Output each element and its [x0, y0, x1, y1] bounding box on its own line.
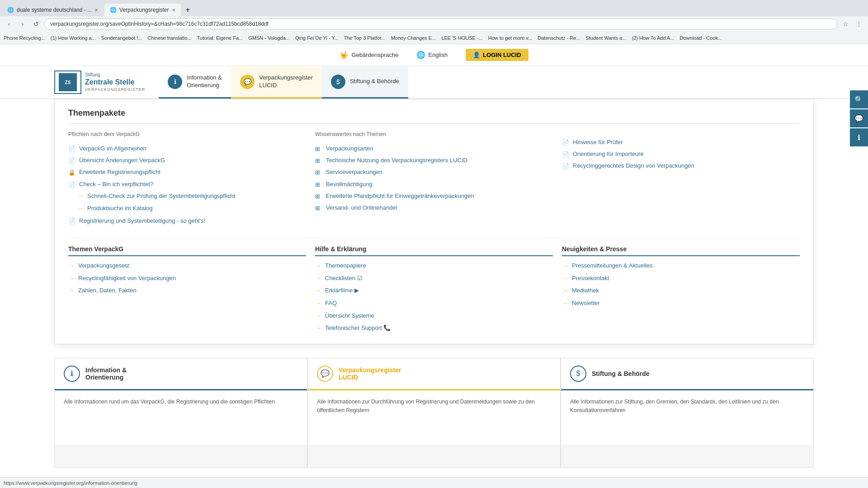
tab2-close[interactable]: ✕ [172, 8, 175, 13]
back-button[interactable]: ‹ [4, 19, 14, 29]
link-text: VerpackG im Allgemeinen [79, 145, 146, 153]
card-info-footer [55, 445, 307, 467]
link-text: Registrierung und Systembeteiligung - so… [79, 217, 205, 225]
neuigkeiten-section: Neuigkeiten & Presse → Pressemitteilunge… [562, 245, 800, 335]
card-stiftung-body: Alle Informationen zur Stiftung, den Gre… [561, 390, 813, 445]
card-stiftung: $ Stiftung & Behörde Alle Informationen … [561, 358, 814, 468]
tab1-label: duale systeme deutschland - ... [17, 7, 92, 13]
link-text: Versand- und Onlinehandel [326, 204, 397, 212]
forward-button[interactable]: › [17, 19, 28, 29]
bookmark-11[interactable]: Datenschutz - Re... [538, 35, 580, 41]
bookmark-10[interactable]: How to get more v... [488, 35, 533, 41]
link-text: Übersicht Systeme [325, 312, 374, 320]
link-newsletter[interactable]: → Newsletter [562, 297, 800, 310]
sidebar-info-button[interactable]: ℹ [850, 128, 868, 146]
link-checklisten[interactable]: → Checklisten ☑ [315, 272, 553, 285]
dropdown-col-2: Wissenswertes nach Themen ⊞ Verpackungsa… [315, 131, 553, 227]
nav-tab-lucid[interactable]: 💬 VerpackungsregisterLUCID [231, 66, 322, 99]
bookmark-13[interactable]: (2) How To Add A... [632, 35, 675, 41]
bookmark-1[interactable]: (1) How Working a... [51, 35, 96, 41]
link-uebersicht-systeme[interactable]: → Übersicht Systeme [315, 310, 553, 323]
login-button[interactable]: 👤 LOGIN LUCID [466, 49, 528, 61]
search-icon: 🔍 [854, 95, 863, 104]
link-faq[interactable]: → FAQ [315, 297, 553, 310]
link-pfandpflicht[interactable]: ⊞ Erweiterte Pfandpflicht für Einweggetr… [315, 190, 553, 202]
arrow-icon-4: → [68, 274, 75, 283]
browser-tab-bar: 🌐 duale systeme deutschland - ... ✕ 🌐 Ve… [0, 0, 868, 16]
link-pressemitteilungen[interactable]: → Pressemitteilungen & Aktuelles [562, 260, 800, 272]
bookmark-8[interactable]: Money Changes E... [391, 35, 436, 41]
bookmark-5[interactable]: GMSN - Vologda... [248, 35, 290, 41]
site-logo[interactable]: ZS Stiftung Zentrale Stelle VERPACKUNGSR… [54, 66, 159, 99]
link-registrierung-systembeteiligung[interactable]: 📄 Registrierung und Systembeteiligung - … [68, 215, 306, 227]
col1-section-title: Pflichten nach dem VerpackG [68, 131, 306, 137]
new-tab-button[interactable]: + [182, 4, 194, 16]
link-bevollmaechtigung[interactable]: ⊞ Bevollmächtigung [315, 178, 553, 190]
link-telefonischer-support[interactable]: → Telefonischer Support 📞 [315, 322, 553, 335]
card-stiftung-icon: $ [570, 366, 586, 382]
bookmark-9[interactable]: LEE 'S HOUSE -... [441, 35, 482, 41]
link-verpackungsarten[interactable]: ⊞ Verpackungsarten [315, 143, 553, 155]
arrow-icon-14: → [562, 286, 568, 296]
col2-section-title: Wissenswertes nach Themen [315, 131, 553, 137]
link-versand-onlinehandel[interactable]: ⊞ Versand- und Onlinehandel [315, 202, 553, 214]
card-lucid-header: 💬 VerpackungsregisterLUCID [308, 358, 560, 390]
link-technische-nutzung[interactable]: ⊞ Technische Nutzung des Verpackungsregi… [315, 155, 553, 166]
link-check-verpflichtet[interactable]: 📄 Check – Bin ich verpflichtet? [68, 178, 306, 190]
bookmark-4[interactable]: Tutorial: Eigene Fa... [197, 35, 243, 41]
info-icon: ℹ [858, 133, 860, 142]
tab1-close[interactable]: ✕ [94, 8, 98, 13]
sign-language-link[interactable]: 🤟 Gebärdensprache [340, 51, 398, 59]
link-pressekontakt[interactable]: → Pressekontakt [562, 272, 800, 285]
browser-tab-2[interactable]: 🌐 Verpackungsregister ✕ [104, 4, 180, 16]
sidebar-chat-button[interactable]: 💬 [850, 109, 868, 127]
link-text: Check – Bin ich verpflichtet? [79, 180, 153, 188]
link-verpackungsgesetz[interactable]: → Verpackungsgesetz [68, 260, 306, 272]
link-zahlen-daten[interactable]: → Zahlen, Daten, Fakten [68, 285, 306, 297]
tab1-favicon: 🌐 [7, 7, 14, 13]
doc-icon-3: 📄 [68, 181, 75, 188]
bookmark-7[interactable]: The Top 3 Platfor... [344, 35, 386, 41]
star-button[interactable]: ☆ [840, 19, 851, 29]
link-themenpapiere[interactable]: → Themenpapiere [315, 260, 553, 272]
link-produktsuche[interactable]: → Produktsuche im Katalog [68, 202, 306, 215]
bookmark-0[interactable]: Phone Recycling... [4, 35, 45, 41]
tab2-favicon: 🌐 [110, 7, 117, 13]
link-mediathek[interactable]: → Mediathek [562, 285, 800, 297]
link-schnell-check[interactable]: → Schnell-Check zur Prüfung der Systembe… [68, 190, 306, 203]
bookmark-2[interactable]: Sonderangebot !... [101, 35, 142, 41]
hilfe-title: Hilfe & Erklärung [315, 245, 553, 256]
page-content: 🤟 Gebärdensprache 🌐 English 👤 LOGIN LUCI… [0, 44, 868, 468]
themen-section: Themen VerpackG → Verpackungsgesetz → Re… [68, 245, 306, 335]
bookmark-12[interactable]: Student Wants a... [585, 35, 626, 41]
link-hinweise-pruefer[interactable]: 📄 Hinweise für Prüfer [562, 136, 800, 148]
tab2-label: Verpackungsregister [119, 7, 169, 13]
refresh-button[interactable]: ↺ [31, 19, 42, 29]
sidebar-search-button[interactable]: 🔍 [850, 90, 868, 108]
link-registrierungspflicht[interactable]: 🔒 Erweiterte Registrierungspflicht [68, 166, 306, 178]
extension-button[interactable]: ⋮ [854, 19, 864, 29]
bookmark-6[interactable]: Qing Fei De Yi - Y... [295, 35, 339, 41]
bookmark-3[interactable]: Chinese translatio... [147, 35, 191, 41]
link-recyclingfaehigkeit[interactable]: → Recyclingfähigkeit von Verpackungen [68, 272, 306, 285]
nav-tab-info[interactable]: ℹ Information &Orientierung [159, 66, 231, 99]
link-orientierung-importeure[interactable]: 📄 Orientierung für Importeure [562, 148, 800, 160]
nav-tab-stiftung-label: Stiftung & Behörde [350, 78, 399, 85]
card-info-icon: ℹ [64, 366, 80, 382]
link-serviceverpackungen[interactable]: ⊞ Serviceverpackungen [315, 166, 553, 178]
link-erklaerfilme[interactable]: → Erklärfilme ▶ [315, 285, 553, 297]
chat-icon: 💬 [854, 114, 863, 123]
lucid-icon: 💬 [240, 75, 255, 89]
link-recyclinggerechtes-design[interactable]: 📄 Recyclinggerechtes Design von Verpacku… [562, 160, 800, 172]
browser-tab-1[interactable]: 🌐 duale systeme deutschland - ... ✕ [2, 4, 104, 16]
url-bar[interactable] [44, 19, 837, 29]
link-text: Erklärfilme ▶ [325, 286, 359, 295]
info-icon: ℹ [168, 75, 182, 89]
link-uebersicht-aenderungen[interactable]: 📄 Übersicht Änderungen VerpackG [68, 155, 306, 166]
english-link[interactable]: 🌐 English [416, 51, 448, 59]
link-verpackg-allgemeinen[interactable]: 📄 VerpackG im Allgemeinen [68, 143, 306, 155]
nav-tab-stiftung[interactable]: $ Stiftung & Behörde [322, 66, 408, 99]
bookmark-14[interactable]: Download - Cook... [680, 35, 722, 41]
card-lucid: 💬 VerpackungsregisterLUCID Alle Informat… [307, 358, 561, 468]
dropdown-col-1: Pflichten nach dem VerpackG 📄 VerpackG i… [68, 131, 306, 227]
